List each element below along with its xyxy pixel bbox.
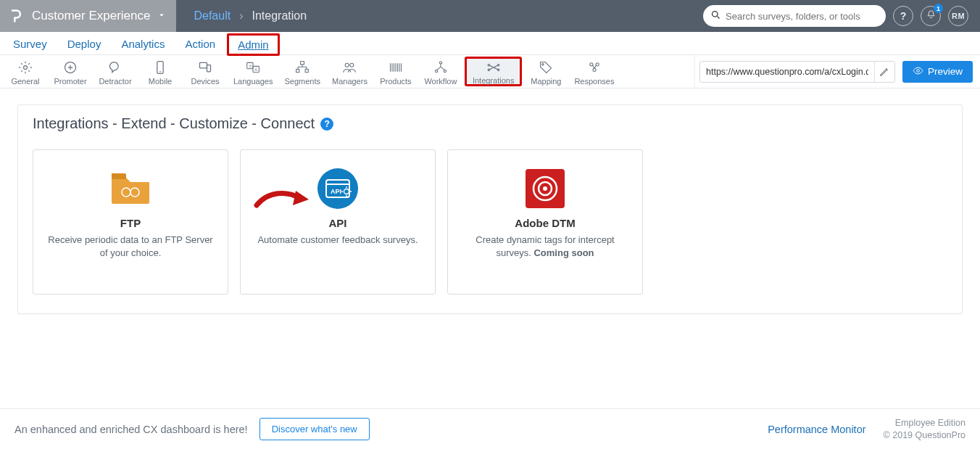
api-icon: API <box>317 168 359 210</box>
integration-card-adobe-dtm[interactable]: Adobe DTM Create dynamic tags for interc… <box>447 149 643 294</box>
devices-icon <box>197 59 213 75</box>
panel-title: Integrations - Extend - Customize - Conn… <box>33 115 315 132</box>
subnav-label: Devices <box>191 77 219 86</box>
tab-admin[interactable]: Admin <box>227 33 280 56</box>
tab-action[interactable]: Action <box>175 33 225 54</box>
barcode-icon <box>388 59 404 75</box>
subnav-languages[interactable]: 文A Languages <box>228 55 278 88</box>
integrations-icon <box>486 60 502 75</box>
global-search[interactable] <box>703 5 886 27</box>
pencil-icon <box>879 67 889 77</box>
languages-icon: 文A <box>245 59 261 75</box>
subnav-mapping[interactable]: Mapping <box>523 55 568 88</box>
workspace-switcher[interactable]: Customer Experience <box>0 0 176 32</box>
svg-point-1 <box>24 65 28 69</box>
panel-help-icon[interactable]: ? <box>320 118 333 131</box>
subnav-label: Promoter <box>54 77 86 86</box>
mobile-icon <box>152 59 168 75</box>
subnav-label: Mapping <box>531 77 561 86</box>
top-header: Customer Experience Default › Integratio… <box>0 0 980 32</box>
svg-point-26 <box>917 69 920 72</box>
search-input[interactable] <box>726 11 879 22</box>
svg-text:文: 文 <box>249 64 252 68</box>
svg-rect-10 <box>301 61 304 64</box>
people-icon <box>341 59 357 75</box>
panel-title-row: Integrations - Extend - Customize - Conn… <box>33 115 947 149</box>
svg-point-18 <box>488 64 490 66</box>
integration-card-ftp[interactable]: FTP Receive periodic data to an FTP Serv… <box>33 149 228 294</box>
svg-rect-5 <box>207 65 211 71</box>
subnav-responses[interactable]: Responses <box>568 55 620 88</box>
survey-url-input[interactable] <box>700 67 874 77</box>
admin-sub-toolbar: General Promoter Detractor Mobile Device… <box>0 55 980 88</box>
subnav-label: Integrations <box>473 76 514 85</box>
subnav-promoter[interactable]: Promoter <box>48 55 93 88</box>
subnav-label: Detractor <box>99 77 131 86</box>
card-description: Automate customer feedback surveys. <box>257 234 418 247</box>
subnav-products[interactable]: Products <box>373 55 418 88</box>
annotation-arrow-icon <box>254 188 310 214</box>
subnav-managers[interactable]: Managers <box>326 55 373 88</box>
svg-point-0 <box>713 11 718 17</box>
subnav-integrations[interactable]: Integrations <box>465 57 522 86</box>
svg-point-21 <box>497 69 499 71</box>
question-mark-icon: ? <box>900 10 907 22</box>
svg-point-36 <box>543 186 547 191</box>
card-description: Receive periodic data to an FTP Server o… <box>46 234 215 260</box>
subnav-label: Workflow <box>424 77 457 86</box>
subnav-segments[interactable]: Segments <box>278 55 326 88</box>
responses-icon <box>586 59 602 75</box>
tab-deploy[interactable]: Deploy <box>57 33 112 54</box>
plus-circle-icon <box>62 59 78 75</box>
adobe-dtm-icon <box>524 168 566 210</box>
subnav-detractor[interactable]: Detractor <box>93 55 138 88</box>
main-content: Integrations - Extend - Customize - Conn… <box>0 88 980 314</box>
card-description: Create dynamic tags for intercept survey… <box>461 234 629 260</box>
subnav-mobile[interactable]: Mobile <box>138 55 183 88</box>
hierarchy-icon <box>294 59 310 75</box>
primary-nav: Survey Deploy Analytics Action Admin <box>0 32 980 55</box>
svg-point-25 <box>593 68 596 71</box>
subnav-devices[interactable]: Devices <box>183 55 228 88</box>
notifications-button[interactable]: 1 <box>921 6 941 26</box>
subnav-workflow[interactable]: Workflow <box>418 55 463 88</box>
user-avatar[interactable]: RM <box>948 6 968 26</box>
discover-button[interactable]: Discover what's new <box>259 418 370 440</box>
svg-point-22 <box>542 63 544 65</box>
preview-button[interactable]: Preview <box>902 61 973 83</box>
subnav-label: Responses <box>574 77 614 86</box>
svg-rect-4 <box>200 62 207 68</box>
subnav-label: Languages <box>233 77 273 86</box>
chat-bubble-icon <box>107 59 123 75</box>
tab-survey[interactable]: Survey <box>3 33 57 54</box>
subnav-label: Managers <box>332 77 368 86</box>
eye-icon <box>913 65 923 78</box>
card-title: API <box>328 217 346 229</box>
help-button[interactable]: ? <box>893 6 913 26</box>
card-title: Adobe DTM <box>515 217 575 229</box>
card-title: FTP <box>120 217 141 229</box>
footer-message: An enhanced and enriched CX dashboard is… <box>14 424 248 435</box>
performance-monitor-link[interactable]: Performance Monitor <box>768 424 865 435</box>
svg-point-15 <box>439 61 441 63</box>
workflow-icon <box>433 59 449 75</box>
breadcrumb-root[interactable]: Default <box>194 9 231 22</box>
subnav-general[interactable]: General <box>3 55 48 88</box>
subnav-label: Segments <box>284 77 320 86</box>
caret-down-icon <box>157 9 166 23</box>
workspace-name: Customer Experience <box>32 9 150 23</box>
page-footer: An enhanced and enriched CX dashboard is… <box>0 408 980 449</box>
survey-url-box <box>699 61 895 83</box>
folder-icon <box>109 168 151 210</box>
tag-icon <box>538 59 554 75</box>
tab-analytics[interactable]: Analytics <box>111 33 175 54</box>
integration-card-api[interactable]: API API Automate customer feedback surve… <box>240 149 436 294</box>
notification-count-badge: 1 <box>934 4 943 13</box>
edit-url-button[interactable] <box>874 62 894 82</box>
svg-point-14 <box>350 63 354 67</box>
chevron-right-icon: › <box>239 9 243 22</box>
breadcrumb: Default › Integration <box>176 9 307 22</box>
copyright-label: © 2019 QuestionPro <box>884 429 966 442</box>
breadcrumb-current: Integration <box>252 9 307 22</box>
svg-rect-11 <box>296 69 299 72</box>
